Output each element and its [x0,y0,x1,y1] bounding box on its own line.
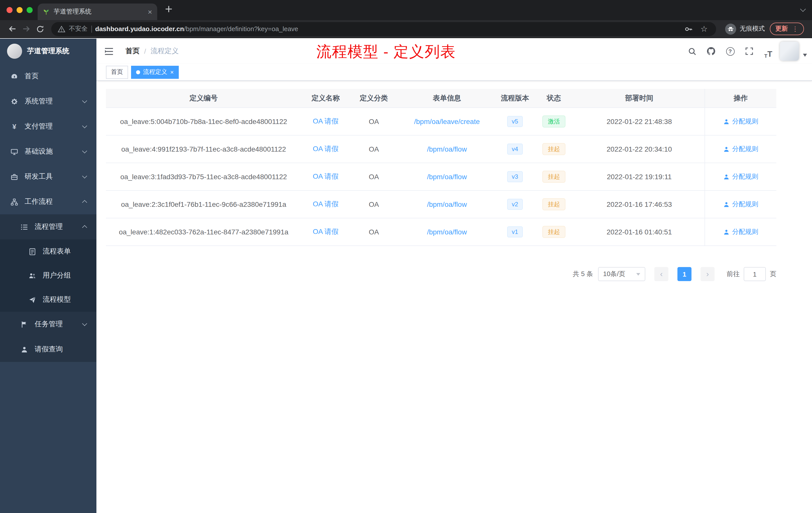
tab-close-icon[interactable]: × [148,8,152,16]
avatar-caret-icon[interactable] [803,54,807,57]
form-link[interactable]: /bpm/oa/flow [427,173,467,181]
definition-name-link[interactable]: OA 请假 [313,172,339,181]
tab-search-chevron-icon[interactable] [800,6,806,12]
github-icon[interactable] [703,44,719,59]
cell-status: 挂起 [534,218,574,245]
sidebar-item-devtools[interactable]: 研发工具 [0,164,96,189]
cell-category: OA [350,135,398,163]
tag-process-definition[interactable]: 流程定义 × [131,65,179,79]
sidebar-item-process-form[interactable]: 流程表单 [0,239,96,264]
sidebar-item-label: 系统管理 [25,97,53,106]
cell-definition-id: oa_leave:4:991f2193-7b7f-11ec-a3c8-acde4… [106,135,301,163]
update-chip[interactable]: 更新 ⋮ [770,23,804,35]
fullscreen-icon[interactable] [742,44,757,59]
prev-page-button[interactable]: ‹ [654,267,668,281]
version-tag: v1 [507,226,522,238]
close-window-button[interactable] [6,7,12,13]
bookmark-star-icon[interactable]: ☆ [698,25,710,33]
status-badge: 激活 [542,115,566,128]
forward-button[interactable] [19,22,33,36]
sidebar-item-process-model[interactable]: 流程模型 [0,288,96,312]
list-icon [20,223,29,231]
url-host: dashboard.yudao.iocoder.cn [95,25,184,33]
page-size-select[interactable]: 10条/页 [598,267,645,281]
sidebar-logo[interactable]: 芋道管理系统 [0,39,96,64]
sidebar-item-leave-query[interactable]: 请假查询 [0,337,96,362]
chevron-down-icon [636,273,640,275]
assign-rule-button[interactable]: 分配规则 [723,200,758,209]
sidebar-item-home[interactable]: 首页 [0,64,96,89]
breadcrumb-separator: / [144,47,146,55]
assign-rule-button[interactable]: 分配规则 [723,228,758,236]
cell-deploy-time: 2022-01-16 17:46:53 [574,191,704,218]
sidebar-item-workflow[interactable]: 工作流程 [0,189,96,214]
cell-definition-name: OA 请假 [301,191,350,218]
assign-rule-button[interactable]: 分配规则 [723,145,758,154]
app-frame: 芋道管理系统 首页 系统管理 ¥ 支付管理 [0,39,812,513]
sidebar-item-infrastructure[interactable]: 基础设施 [0,139,96,164]
chevron-down-icon [82,123,87,128]
cell-actions: 分配规则 [704,108,776,135]
sidebar-item-label: 请假查询 [35,345,63,354]
assign-rule-button[interactable]: 分配规则 [723,117,758,126]
font-size-icon[interactable]: TT [761,44,776,59]
chevron-down-icon [82,321,87,326]
cell-form: /bpm/oa/leave/create [398,108,496,135]
browser-tab[interactable]: 芋道管理系统 × [38,3,157,20]
page-number-current[interactable]: 1 [677,267,692,281]
cell-deploy-time: 2022-01-22 19:19:11 [574,163,704,190]
goto-page-input[interactable] [744,267,766,281]
sidebar-item-user-group[interactable]: 用户分组 [0,264,96,288]
sidebar-item-payment[interactable]: ¥ 支付管理 [0,114,96,139]
version-tag: v5 [507,116,522,127]
sidebar-item-system[interactable]: 系统管理 [0,89,96,114]
search-icon[interactable] [685,44,699,59]
next-page-button[interactable]: › [700,267,715,281]
cell-actions: 分配规则 [704,191,776,218]
browser-toolbar: 不安全 dashboard.yudao.iocoder.cn/bpm/manag… [0,20,812,38]
definition-name-link[interactable]: OA 请假 [313,200,339,209]
gear-icon [10,98,19,105]
minimize-window-button[interactable] [17,7,23,13]
form-link[interactable]: /bpm/oa/leave/create [414,117,480,125]
form-link[interactable]: /bpm/oa/flow [427,228,467,236]
chevron-down-icon [82,174,87,178]
definition-name-link[interactable]: OA 请假 [313,117,339,126]
cell-form: /bpm/oa/flow [398,191,496,218]
breadcrumb-home[interactable]: 首页 [125,47,140,56]
status-badge: 挂起 [542,171,566,183]
cell-version: v1 [496,218,534,245]
sidebar-item-task-management[interactable]: 任务管理 [0,312,96,337]
cell-definition-name: OA 请假 [301,108,350,135]
col-header: 定义编号 [106,89,301,108]
col-header: 定义分类 [350,89,398,108]
cell-version: v5 [496,108,534,135]
tag-label: 流程定义 [143,68,167,76]
sidebar-item-process-management[interactable]: 流程管理 [0,214,96,239]
tag-home[interactable]: 首页 [106,65,128,79]
security-warning-icon[interactable] [57,25,65,32]
avatar[interactable] [780,42,799,61]
col-header: 表单信息 [398,89,496,108]
password-key-icon[interactable] [683,25,695,33]
hamburger-icon[interactable] [105,48,114,55]
help-icon[interactable]: ? [723,44,738,59]
cell-deploy-time: 2022-01-22 21:48:38 [574,108,704,135]
definition-name-link[interactable]: OA 请假 [313,145,339,154]
maximize-window-button[interactable] [27,7,33,13]
assign-rule-button[interactable]: 分配规则 [723,172,758,181]
new-tab-button[interactable] [164,4,173,16]
form-link[interactable]: /bpm/oa/flow [427,200,467,208]
table-row: oa_leave:4:991f2193-7b7f-11ec-a3c8-acde4… [106,135,776,163]
tag-close-icon[interactable]: × [170,69,174,75]
cell-version: v4 [496,135,534,163]
back-button[interactable] [5,22,19,36]
definition-name-link[interactable]: OA 请假 [313,228,339,236]
reload-button[interactable] [33,22,47,36]
address-bar[interactable]: 不安全 dashboard.yudao.iocoder.cn/bpm/manag… [51,22,716,36]
form-link[interactable]: /bpm/oa/flow [427,145,467,153]
active-dot [136,70,140,74]
cell-form: /bpm/oa/flow [398,218,496,245]
browser-menu-dots-icon[interactable]: ⋮ [792,26,799,32]
cell-status: 挂起 [534,163,574,190]
